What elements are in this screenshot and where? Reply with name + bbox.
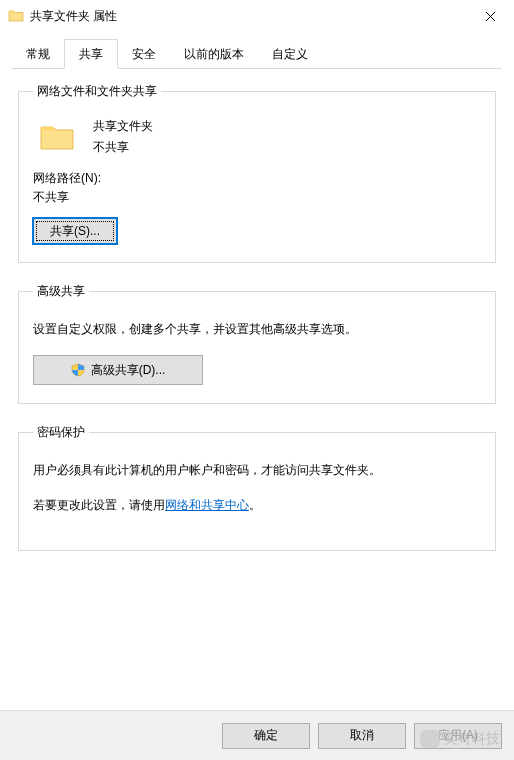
- share-button[interactable]: 共享(S)...: [33, 218, 117, 244]
- group-advanced-sharing: 高级共享 设置自定义权限，创建多个共享，并设置其他高级共享选项。 高级共享(D)…: [18, 283, 496, 404]
- advanced-sharing-button-label: 高级共享(D)...: [91, 362, 166, 379]
- tab-security[interactable]: 安全: [118, 40, 170, 68]
- shield-icon: [71, 363, 85, 377]
- cancel-button[interactable]: 取消: [318, 723, 406, 749]
- advanced-desc: 设置自定义权限，创建多个共享，并设置其他高级共享选项。: [33, 320, 481, 339]
- window-title: 共享文件夹 属性: [30, 8, 470, 25]
- password-desc-2: 若要更改此设置，请使用网络和共享中心。: [33, 496, 481, 515]
- folder-name: 共享文件夹: [93, 118, 153, 135]
- group-network-legend: 网络文件和文件夹共享: [33, 83, 161, 100]
- close-button[interactable]: [470, 2, 510, 30]
- group-advanced-legend: 高级共享: [33, 283, 89, 300]
- close-icon: [485, 11, 496, 22]
- tab-customize[interactable]: 自定义: [258, 40, 322, 68]
- folder-large-icon: [39, 121, 75, 153]
- tab-previous-versions[interactable]: 以前的版本: [170, 40, 258, 68]
- group-password-protection: 密码保护 用户必须具有此计算机的用户帐户和密码，才能访问共享文件夹。 若要更改此…: [18, 424, 496, 550]
- folder-icon: [8, 8, 24, 24]
- advanced-sharing-button[interactable]: 高级共享(D)...: [33, 355, 203, 385]
- password-desc-1: 用户必须具有此计算机的用户帐户和密码，才能访问共享文件夹。: [33, 461, 481, 480]
- group-network-sharing: 网络文件和文件夹共享 共享文件夹 不共享 网络路径(N): 不共享 共享(S).…: [18, 83, 496, 263]
- tab-strip: 常规 共享 安全 以前的版本 自定义: [0, 32, 514, 68]
- folder-info-row: 共享文件夹 不共享: [39, 118, 481, 156]
- network-path-label: 网络路径(N):: [33, 170, 481, 187]
- ok-button[interactable]: 确定: [222, 723, 310, 749]
- group-password-legend: 密码保护: [33, 424, 89, 441]
- network-path-value: 不共享: [33, 189, 481, 206]
- password-desc-2-pre: 若要更改此设置，请使用: [33, 498, 165, 512]
- tab-sharing[interactable]: 共享: [64, 39, 118, 69]
- network-sharing-center-link[interactable]: 网络和共享中心: [165, 498, 249, 512]
- password-desc-2-post: 。: [249, 498, 261, 512]
- apply-button[interactable]: 应用(A): [414, 723, 502, 749]
- tab-general[interactable]: 常规: [12, 40, 64, 68]
- share-status: 不共享: [93, 139, 153, 156]
- dialog-buttons: 确定 取消 应用(A) 奕奇科技: [0, 710, 514, 760]
- tab-content: 网络文件和文件夹共享 共享文件夹 不共享 网络路径(N): 不共享 共享(S).…: [0, 69, 514, 581]
- titlebar: 共享文件夹 属性: [0, 0, 514, 32]
- folder-info: 共享文件夹 不共享: [93, 118, 153, 156]
